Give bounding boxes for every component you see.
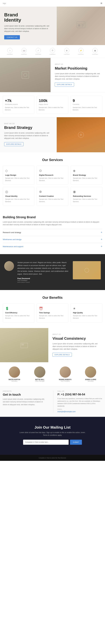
hero-image-decoration bbox=[75, 20, 87, 32]
building-description: Lorem ipsum dolor sit amet, consectetur … bbox=[3, 221, 102, 226]
benefit-desc-0: Sample text. Click to select the Text El… bbox=[5, 314, 32, 319]
mailing-input[interactable] bbox=[23, 440, 69, 445]
benefits-grid: 💲 Cost Efficiency Sample text. Click to … bbox=[3, 304, 102, 322]
visual-description: Lorem ipsum dolor sit amet, consectetur … bbox=[52, 342, 101, 350]
team-role-0: Secretary bbox=[11, 380, 17, 382]
visual-label: ABOUT US bbox=[52, 334, 101, 335]
service-icon-3: ◎ bbox=[5, 190, 32, 194]
call-us-description: If you have any questions, comments or i… bbox=[58, 398, 102, 407]
stat-desc-1: Sample text. Click to select the Text El… bbox=[39, 106, 66, 111]
accordion-label-0: Research and strategy bbox=[3, 232, 21, 234]
benefit-card-1: ⏰ Time Savings Sample text. Click to sel… bbox=[37, 304, 68, 322]
accordion-item-1[interactable]: Wireframes and design + bbox=[3, 236, 102, 243]
call-us-block: CALL US P: +1 (324) 987-56-54 If you hav… bbox=[56, 390, 102, 412]
stats-section: +7k Worldwide projects Sample text. Clic… bbox=[0, 92, 105, 117]
team-member-1: MATTIE BALL Office Manager bbox=[28, 366, 52, 382]
email-label: EMAIL bbox=[58, 408, 102, 410]
market-label: ABOUT US bbox=[55, 64, 101, 65]
service-desc-2: Sample text. Click to select the Text El… bbox=[73, 177, 100, 182]
market-title: Market Positioning bbox=[55, 66, 101, 70]
call-us-label: CALL US bbox=[58, 390, 102, 392]
icon-item-7[interactable]: ▦ CONTENT bbox=[92, 48, 98, 55]
market-explore-button[interactable]: EXPLORE DETAILS bbox=[55, 82, 74, 86]
strategy-title: Brand Strategy bbox=[4, 125, 52, 130]
service-name-0: Logo Design bbox=[5, 174, 32, 176]
benefit-desc-2: Sample text. Click to select the Text El… bbox=[73, 314, 100, 319]
mailing-description: Lorem dolor sit amet free trial days. Si… bbox=[19, 431, 86, 436]
hero-description: Lorem ipsum dolor sit amet, consectetur … bbox=[4, 25, 52, 33]
accordion-label-2: Maintenance and support bbox=[3, 246, 23, 248]
stat-value-0: +7k bbox=[5, 98, 32, 103]
svg-rect-0 bbox=[77, 22, 85, 28]
hero-title: Brand Identity bbox=[4, 12, 52, 23]
service-icon-2: ◈ bbox=[73, 169, 100, 173]
mailing-form: SUBMIT bbox=[23, 440, 82, 445]
testimonial-image-graphic bbox=[84, 268, 90, 273]
stat-item-1: 100k Happy clients Sample text. Click to… bbox=[37, 96, 68, 114]
benefit-name-1: Time Savings bbox=[39, 312, 66, 314]
svg-rect-3 bbox=[82, 24, 84, 26]
team-name-2: BENNIE ROBERTS bbox=[59, 379, 71, 380]
building-title: Building Strong Brand bbox=[3, 216, 102, 219]
contact-label: CONTACTS bbox=[3, 390, 48, 392]
hero-contact-button[interactable]: CONTACT US bbox=[4, 35, 20, 40]
icon-item-5[interactable]: ⊞ CONTENT bbox=[64, 48, 70, 55]
hero-text: Brand Identity Lorem ipsum dolor sit ame… bbox=[0, 6, 57, 45]
icon-item-3[interactable]: ✓ CONTENT bbox=[35, 48, 41, 55]
divider-vertical bbox=[53, 390, 53, 412]
icon-item-2[interactable]: 📖 CONTENT bbox=[21, 48, 27, 55]
service-name-3: Visual Identity bbox=[5, 195, 32, 197]
icon-label-1: CONTENT bbox=[7, 54, 13, 55]
accordion-expand-icon-1: + bbox=[101, 238, 102, 241]
svg-rect-4 bbox=[82, 26, 83, 26]
team-avatar-0 bbox=[9, 366, 20, 378]
svg-rect-11 bbox=[21, 344, 24, 346]
contact-section: CONTACTS Get in touch Lorem ipsum dolor … bbox=[0, 386, 105, 417]
icon-item-6[interactable]: ⚡ CONTENT bbox=[78, 48, 84, 55]
icon-item-4[interactable]: ⏱ COMPANY bbox=[49, 48, 55, 55]
service-desc-5: Sample text. Click to select the Text El… bbox=[73, 198, 100, 203]
strategy-description: Lorem ipsum dolor sit amet, consectetur … bbox=[4, 132, 52, 140]
visual-title: Visual Consistency bbox=[52, 336, 101, 341]
svg-point-9 bbox=[85, 268, 89, 272]
benefit-card-0: 💲 Cost Efficiency Sample text. Click to … bbox=[3, 304, 34, 322]
strategy-explore-button[interactable]: EXPLORE DETAILS bbox=[4, 142, 23, 146]
icon-label-4: COMPANY bbox=[49, 54, 55, 55]
service-icon-5: ◉ bbox=[73, 190, 100, 194]
hero-section: Brand Identity Lorem ipsum dolor sit ame… bbox=[0, 6, 105, 45]
market-description: Lorem ipsum dolor sit amet, consectetur … bbox=[55, 72, 101, 80]
benefit-card-2: ★ High Quality Sample text. Click to sel… bbox=[71, 304, 102, 322]
icon-label-2: CONTENT bbox=[21, 54, 27, 55]
team-avatar-1 bbox=[34, 366, 45, 378]
contact-phone: P: +1 (324) 987-56-54 bbox=[58, 393, 102, 396]
svg-rect-5 bbox=[22, 72, 29, 78]
svg-rect-2 bbox=[78, 24, 80, 26]
market-image-graphic bbox=[21, 71, 29, 79]
visual-content: ABOUT US Visual Consistency Lorem ipsum … bbox=[48, 328, 105, 362]
team-member-2: BENNIE ROBERTS Vice President bbox=[54, 366, 77, 382]
service-desc-4: Sample text. Click to select the Text El… bbox=[39, 198, 66, 203]
accordion-item-0[interactable]: Research and strategy + bbox=[3, 229, 102, 236]
services-section: Our Services ◇ Logo Design Sample text. … bbox=[0, 152, 105, 211]
service-name-2: Brand Strategy bbox=[73, 174, 100, 176]
team-avatar-3 bbox=[85, 366, 96, 378]
benefit-icon-0: 💲 bbox=[5, 307, 32, 310]
service-card-4: ⊕ Content Creation Sample text. Click to… bbox=[37, 187, 68, 206]
menu-icon[interactable]: ≡ bbox=[101, 2, 102, 5]
benefits-title: Our Benefits bbox=[3, 296, 102, 300]
services-title: Our Services bbox=[3, 158, 102, 162]
accordion-item-2[interactable]: Maintenance and support + bbox=[3, 243, 102, 250]
stat-value-2: 9 bbox=[73, 98, 100, 103]
testimonial-side-image bbox=[73, 261, 101, 279]
icon-item-1[interactable]: ○ CONTENT bbox=[7, 48, 13, 55]
strategy-section: WHAT WE DO Brand Strategy Lorem ipsum do… bbox=[0, 117, 105, 152]
service-card-3: ◎ Visual Identity Sample text. Click to … bbox=[3, 187, 34, 206]
contact-description: Lorem ipsum dolor sit amet, consectetur … bbox=[3, 398, 48, 406]
testimonial-name: Paul Desmond bbox=[17, 278, 69, 280]
mailing-submit-button[interactable]: SUBMIT bbox=[70, 440, 82, 445]
icon-label-5: CONTENT bbox=[64, 54, 70, 55]
benefits-section: Our Benefits 💲 Cost Efficiency Sample te… bbox=[0, 290, 105, 328]
benefit-desc-1: Sample text. Click to select the Text El… bbox=[39, 314, 66, 319]
visual-explore-button[interactable]: EXPLORE DETAILS bbox=[52, 353, 72, 357]
benefit-icon-1: ⏰ bbox=[39, 307, 66, 310]
